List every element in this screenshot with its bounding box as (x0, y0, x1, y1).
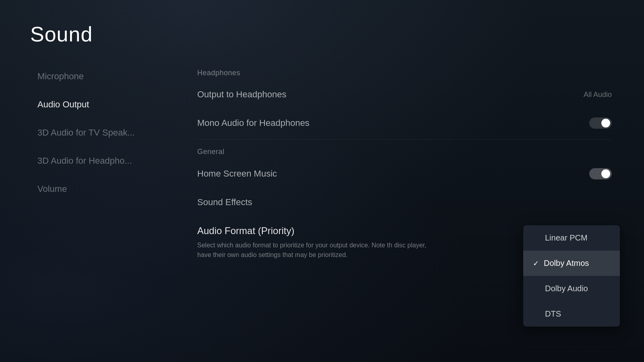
setting-output-to-headphones[interactable]: Output to Headphones All Audio (189, 80, 620, 109)
dropdown-item-dolby-audio[interactable]: Dolby Audio (523, 276, 620, 301)
dropdown-menu: Linear PCM ✓ Dolby Atmos Dolby Audio DTS (523, 225, 620, 327)
check-icon-dolby-atmos: ✓ (533, 259, 539, 268)
dropdown-label-dolby-atmos: Dolby Atmos (544, 259, 589, 268)
sidebar-item-3d-headphones[interactable]: 3D Audio for Headpho... (30, 147, 183, 175)
toggle-home-screen-music[interactable] (589, 168, 612, 179)
section-header-headphones: Headphones (189, 62, 620, 80)
setting-label-home-screen-music: Home Screen Music (197, 169, 277, 179)
setting-sound-effects[interactable]: Sound Effects (189, 188, 620, 216)
setting-home-screen-music[interactable]: Home Screen Music (189, 159, 620, 188)
setting-label-output-to-headphones: Output to Headphones (197, 89, 286, 100)
sidebar-item-volume[interactable]: Volume (30, 175, 183, 203)
sidebar-item-3d-tv[interactable]: 3D Audio for TV Speak... (30, 119, 183, 147)
divider-headphones-general (197, 139, 612, 140)
dropdown-item-dolby-atmos[interactable]: ✓ Dolby Atmos (523, 251, 620, 276)
sidebar: Microphone Audio Output 3D Audio for TV … (30, 62, 183, 203)
section-header-general: General (189, 141, 620, 159)
setting-value-output-to-headphones: All Audio (584, 90, 612, 99)
setting-label-mono-audio: Mono Audio for Headphones (197, 118, 310, 128)
setting-mono-audio[interactable]: Mono Audio for Headphones (189, 109, 620, 138)
page-title: Sound (30, 22, 93, 46)
setting-label-sound-effects: Sound Effects (197, 197, 252, 208)
dropdown-label-linear-pcm: Linear PCM (545, 233, 588, 243)
dropdown-item-linear-pcm[interactable]: Linear PCM (523, 225, 620, 251)
dropdown-item-dts[interactable]: DTS (523, 301, 620, 327)
dropdown-label-dolby-audio: Dolby Audio (545, 284, 588, 293)
sidebar-item-audio-output[interactable]: Audio Output (30, 90, 183, 119)
audio-format-desc: Select which audio format to prioritize … (197, 241, 439, 260)
sidebar-item-microphone[interactable]: Microphone (30, 62, 183, 90)
toggle-mono-audio[interactable] (589, 117, 612, 129)
dropdown-label-dts: DTS (545, 309, 561, 319)
